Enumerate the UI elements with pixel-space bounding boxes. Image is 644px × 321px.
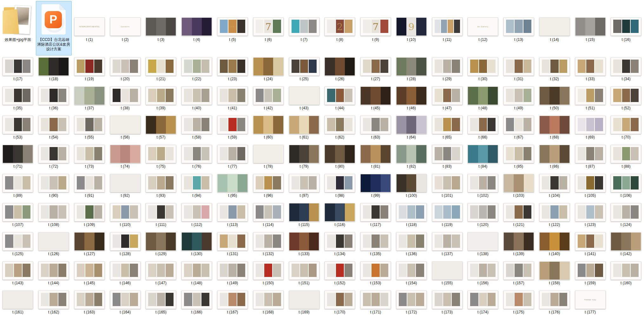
file-tile-image[interactable]: t (89) [0,172,36,201]
file-tile-image[interactable]: t (40) [179,85,215,114]
file-tile-image[interactable]: t (141) [572,230,608,260]
file-tile-image[interactable]: t (3) [143,1,179,55]
file-tile-image[interactable]: 7 t (9) [358,1,394,55]
file-tile-image[interactable]: t (13) [501,1,537,55]
file-tile-image[interactable]: t (4) [179,1,215,55]
file-tile-image[interactable]: t (105) [572,172,608,201]
file-tile-image[interactable]: Contents t (2) [107,1,143,55]
file-tile-image[interactable]: t (126) [36,230,72,260]
file-tile-image[interactable]: t (73) [72,143,108,172]
file-tile-image[interactable]: t (63) [358,114,394,143]
file-tile-image[interactable]: t (41) [215,85,251,114]
file-tile-image[interactable]: t (108) [36,201,72,230]
file-tile-image[interactable]: t (112) [179,201,215,230]
file-tile-image[interactable]: t (143) [0,260,36,289]
file-tile-image[interactable]: t (11) [429,1,465,55]
file-tile-image[interactable]: t (43) [286,85,322,114]
file-tile-image[interactable]: t (138) [465,230,501,260]
file-tile-image[interactable]: t (75) [143,143,179,172]
file-tile-image[interactable]: t (127) [72,230,108,260]
file-tile-image[interactable]: t (176) [536,289,572,318]
file-tile-image[interactable]: t (51) [572,85,608,114]
file-tile-image[interactable]: t (39) [143,85,179,114]
file-tile-image[interactable]: t (100) [393,172,429,201]
file-tile-image[interactable]: t (31) [501,55,537,85]
file-tile-image[interactable]: t (49) [501,85,537,114]
file-tile-image[interactable]: t (163) [72,289,108,318]
file-tile-image[interactable]: t (140) [536,230,572,260]
file-tile-image[interactable]: t (36) [36,85,72,114]
file-tile-image[interactable]: t (159) [572,260,608,289]
file-tile-image[interactable]: t (107) [0,201,36,230]
file-tile-image[interactable]: t (130) [179,230,215,260]
file-tile-folder[interactable]: 效果图+jpg平面 [0,1,36,55]
file-tile-image[interactable]: t (131) [215,230,251,260]
file-tile-image[interactable]: t (52) [608,85,644,114]
file-tile-image[interactable]: t (147) [143,260,179,289]
file-tile-image[interactable]: t (50) [536,85,572,114]
file-tile-image[interactable]: t (25) [286,55,322,85]
file-tile-image[interactable]: t (103) [501,172,537,201]
file-tile-image[interactable]: t (128) [107,230,143,260]
file-tile-image[interactable]: t (150) [250,260,286,289]
file-tile-image[interactable]: t (72) [36,143,72,172]
file-tile-image[interactable]: t (104) [536,172,572,201]
file-tile-image[interactable]: t (132) [250,230,286,260]
file-tile-image[interactable]: t (151) [286,260,322,289]
file-tile-image[interactable]: t (144) [36,260,72,289]
file-tile-image[interactable]: t (30) [465,55,501,85]
file-tile-image[interactable]: t (71) [0,143,36,172]
file-tile-image[interactable]: t (56) [107,114,143,143]
file-tile-image[interactable]: t (115) [286,201,322,230]
file-tile-image[interactable]: t (86) [536,143,572,172]
file-tile-image[interactable]: t (23) [215,55,251,85]
file-tile-image[interactable]: t (20) [107,55,143,85]
file-tile-image[interactable]: t (24) [250,55,286,85]
file-tile-image[interactable]: t (136) [393,230,429,260]
file-tile-image[interactable]: t (122) [536,201,572,230]
file-tile-image[interactable]: t (113) [215,201,251,230]
file-tile-image[interactable]: t (48) [465,85,501,114]
file-tile-image[interactable]: t (172) [393,289,429,318]
file-tile-image[interactable]: t (146) [107,260,143,289]
file-tile-image[interactable]: t (61) [286,114,322,143]
file-tile-image[interactable]: t (118) [393,201,429,230]
file-tile-image[interactable]: t (67) [501,114,537,143]
file-tile-image[interactable]: t (19) [72,55,108,85]
file-tile-image[interactable]: t (58) [179,114,215,143]
file-tile-image[interactable]: t (76) [179,143,215,172]
file-tile-image[interactable]: t (84) [465,143,501,172]
file-tile-image[interactable]: t (16) [608,1,644,55]
file-tile-image[interactable]: t (70) [608,114,644,143]
file-tile-image[interactable]: t (62) [322,114,358,143]
file-tile-image[interactable]: 台北 t (5) [215,1,251,55]
file-tile-image[interactable]: t (155) [429,260,465,289]
file-tile-image[interactable]: t (152) [322,260,358,289]
file-tile-image[interactable]: t (121) [501,201,537,230]
file-tile-image[interactable]: t (46) [393,85,429,114]
file-tile-image[interactable]: t (117) [358,201,394,230]
file-tile-image[interactable]: t (119) [429,201,465,230]
file-tile-image[interactable]: t (44) [322,85,358,114]
file-tile-image[interactable]: t (134) [322,230,358,260]
file-tile-image[interactable]: t (167) [215,289,251,318]
file-tile-image[interactable]: t (42) [250,85,286,114]
file-tile-image[interactable]: t (34) [608,55,644,85]
file-tile-image[interactable]: t (17) [0,55,36,85]
file-tile-image[interactable]: t (66) [465,114,501,143]
file-tile-image[interactable]: t (93) [143,172,179,201]
file-tile-image[interactable]: t (79) [286,143,322,172]
file-tile-image[interactable]: t (164) [107,289,143,318]
file-tile-image[interactable]: t (91) [72,172,108,201]
file-tile-image[interactable]: t (102) [465,172,501,201]
file-tile-image[interactable]: 2 t (8) [322,1,358,55]
file-tile-image[interactable]: t (133) [286,230,322,260]
file-tile-image[interactable]: t (59) [215,114,251,143]
file-tile-image[interactable]: Art Gallery t (12) [465,1,501,55]
file-tile-image[interactable]: t (124) [608,201,644,230]
file-tile-image[interactable]: t (94) [179,172,215,201]
file-tile-image[interactable]: t (169) [286,289,322,318]
file-tile-image[interactable]: t (137) [429,230,465,260]
file-tile-image[interactable]: t (54) [36,114,72,143]
file-tile-image[interactable]: t (55) [72,114,108,143]
